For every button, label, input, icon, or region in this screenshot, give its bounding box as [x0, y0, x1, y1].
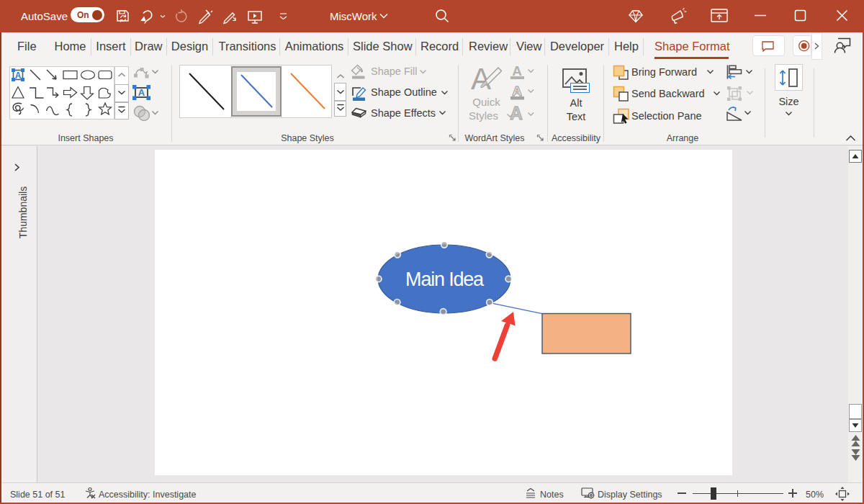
svg-text:A: A — [510, 104, 523, 122]
svg-text:A: A — [15, 71, 22, 81]
svg-text:Main Idea: Main Idea — [405, 269, 485, 290]
